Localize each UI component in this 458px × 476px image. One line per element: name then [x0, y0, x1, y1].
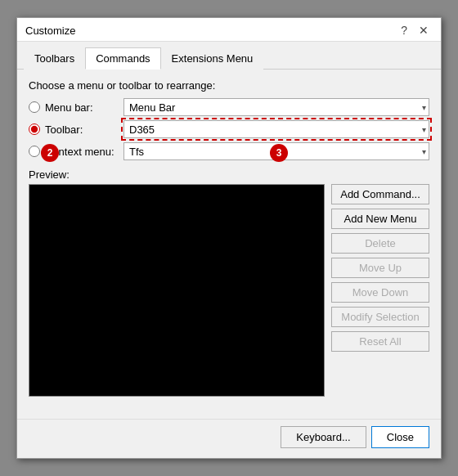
menu-bar-row: Menu bar: Menu Bar ▾	[29, 98, 429, 116]
toolbar-radio[interactable]	[29, 123, 40, 135]
tab-commands[interactable]: Commands	[85, 47, 160, 70]
add-command-button[interactable]: Add Command...	[331, 184, 429, 204]
toolbar-label[interactable]: Toolbar:	[45, 123, 119, 136]
toolbar-row: Toolbar: D365 ▾	[29, 120, 429, 138]
menu-bar-dropdown[interactable]: Menu Bar	[123, 98, 429, 116]
context-menu-dropdown[interactable]: Tfs	[123, 142, 429, 160]
context-menu-label[interactable]: Context menu:	[45, 146, 119, 158]
menu-bar-dropdown-wrapper: Menu Bar ▾	[123, 98, 429, 116]
reset-all-button[interactable]: Reset All	[331, 331, 429, 352]
choose-label: Choose a menu or toolbar to rearrange:	[29, 79, 429, 92]
menu-bar-label[interactable]: Menu bar:	[45, 101, 119, 114]
toolbar-dropdown[interactable]: D365	[123, 120, 429, 138]
close-window-button[interactable]: ✕	[415, 23, 433, 38]
dialog-title: Customize	[25, 25, 75, 37]
move-up-button[interactable]: Move Up	[331, 258, 429, 278]
context-menu-dropdown-wrapper: Tfs ▾	[123, 142, 429, 160]
tab-extensions-menu[interactable]: Extensions Menu	[161, 47, 264, 70]
context-menu-radio[interactable]	[29, 146, 40, 157]
title-bar: Customize ? ✕	[17, 18, 441, 42]
preview-area: Add Command... Add New Menu Delete Move …	[29, 184, 429, 397]
dialog-footer: Keyboard... Close	[17, 419, 441, 458]
keyboard-button[interactable]: Keyboard...	[281, 426, 366, 448]
radio-group: Menu bar: Menu Bar ▾ Toolbar: D365	[29, 98, 429, 160]
delete-button[interactable]: Delete	[331, 233, 429, 254]
preview-label: Preview:	[29, 168, 429, 181]
title-bar-left: Customize	[25, 25, 75, 37]
tabs-bar: Toolbars Commands Extensions Menu	[17, 42, 441, 70]
context-menu-row: Context menu: Tfs ▾	[29, 142, 429, 160]
help-button[interactable]: ?	[397, 23, 411, 38]
action-buttons-col: Add Command... Add New Menu Delete Move …	[331, 184, 429, 397]
toolbar-dropdown-wrapper: D365 ▾	[123, 120, 429, 138]
add-new-menu-button[interactable]: Add New Menu	[331, 209, 429, 229]
modify-selection-button[interactable]: Modify Selection	[331, 307, 429, 327]
dialog-content: Choose a menu or toolbar to rearrange: M…	[17, 70, 441, 419]
close-button[interactable]: Close	[371, 426, 429, 448]
title-bar-right: ? ✕	[397, 23, 433, 38]
customize-dialog: Customize ? ✕ Toolbars Commands Extensio…	[16, 17, 442, 459]
tab-toolbars[interactable]: Toolbars	[24, 47, 85, 70]
move-down-button[interactable]: Move Down	[331, 282, 429, 303]
preview-box	[29, 184, 325, 397]
menu-bar-radio[interactable]	[29, 101, 40, 113]
